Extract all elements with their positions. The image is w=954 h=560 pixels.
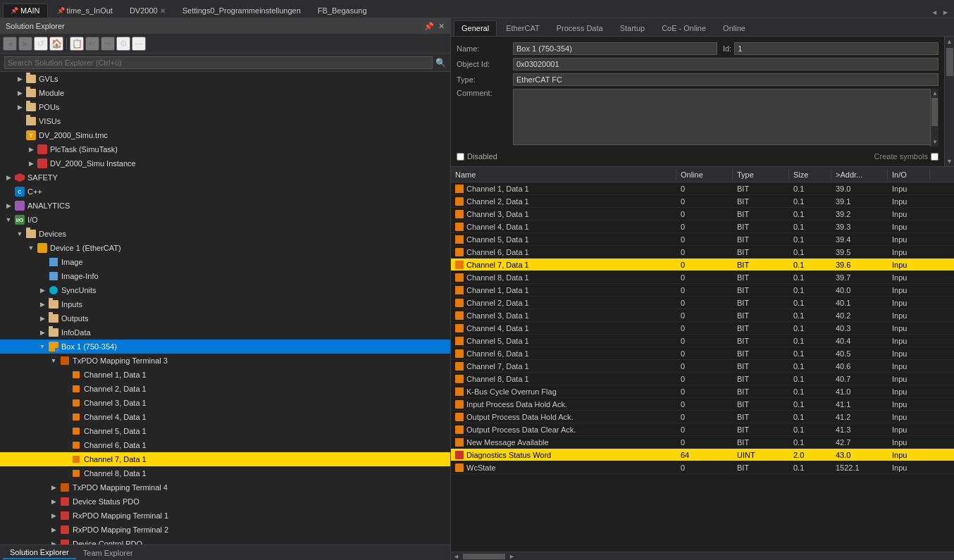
close-dv2000-icon[interactable]: ✕ <box>160 7 166 15</box>
se-pin-icon[interactable]: 📌 <box>424 22 434 31</box>
create-symbols-checkbox[interactable] <box>931 153 938 161</box>
col-header-size[interactable]: Size <box>789 169 831 180</box>
grid-row-0[interactable]: Channel 1, Data 1 0 BIT 0.1 39.0 Inpu <box>451 182 954 195</box>
grid-row-11[interactable]: Channel 4, Data 1 0 BIT 0.1 40.3 Inpu <box>451 322 954 335</box>
grid-row-8[interactable]: Channel 1, Data 1 0 BIT 0.1 40.0 Inpu <box>451 284 954 297</box>
tree-item-device1[interactable]: ▼ Device 1 (EtherCAT) <box>0 241 450 255</box>
name-input[interactable] <box>513 42 717 55</box>
tree-item-devicectrl[interactable]: ▶ Device Control PDO <box>0 537 450 545</box>
tree-item-ch7d1[interactable]: Channel 7, Data 1 <box>0 452 450 466</box>
tab-startup[interactable]: Startup <box>612 20 652 36</box>
grid-row-20[interactable]: New Message Available 0 BIT 0.1 42.7 Inp… <box>451 436 954 449</box>
tree-item-ch2d1[interactable]: Channel 2, Data 1 <box>0 382 450 396</box>
tab-main[interactable]: 📌 MAIN <box>3 4 48 18</box>
sync-button[interactable]: ↺ <box>34 37 48 51</box>
tree-item-box1[interactable]: ▼ Box 1 (750-354) <box>0 340 450 354</box>
comment-scroll-up[interactable]: ▲ <box>931 89 938 98</box>
grid-row-4[interactable]: Channel 5, Data 1 0 BIT 0.1 39.4 Inpu <box>451 233 954 246</box>
redo-button[interactable]: ↪ <box>101 37 115 51</box>
tree-item-cpp[interactable]: C C++ <box>0 185 450 199</box>
prop-scroll-down-arrow[interactable]: ▼ <box>945 156 954 166</box>
tree-item-syncunits[interactable]: ▶ SyncUnits <box>0 283 450 297</box>
tree-item-pictask[interactable]: ▶ PlcTask (SimuTask) <box>0 142 450 156</box>
grid-row-7[interactable]: Channel 8, Data 1 0 BIT 0.1 39.7 Inpu <box>451 271 954 284</box>
grid-row-14[interactable]: Channel 7, Data 1 0 BIT 0.1 40.6 Inpu <box>451 360 954 373</box>
tree-item-safety[interactable]: ▶ SAFETY <box>0 170 450 185</box>
grid-row-12[interactable]: Channel 5, Data 1 0 BIT 0.1 40.4 Inpu <box>451 335 954 347</box>
col-header-online[interactable]: Online <box>676 169 733 180</box>
se-close-icon[interactable]: ✕ <box>438 22 445 31</box>
tree-item-analytics[interactable]: ▶ ANALYTICS <box>0 199 450 213</box>
grid-row-22[interactable]: WcState 0 BIT 0.1 1522.1 Inpu <box>451 461 954 474</box>
tree-item-txpdo4[interactable]: ▶ TxPDO Mapping Terminal 4 <box>0 480 450 494</box>
tree-item-io[interactable]: ▼ I/O I/O <box>0 213 450 227</box>
tree-item-pous[interactable]: ▶ POUs <box>0 100 450 114</box>
tab-online[interactable]: Online <box>715 20 753 36</box>
tab-scroll-right[interactable]: ► <box>940 7 951 18</box>
objectid-input[interactable] <box>513 58 938 70</box>
grid-row-10[interactable]: Channel 3, Data 1 0 BIT 0.1 40.2 Inpu <box>451 309 954 322</box>
grid-row-2[interactable]: Channel 3, Data 1 0 BIT 0.1 39.2 Inpu <box>451 208 954 220</box>
tree-item-dv2000instance[interactable]: ▶ DV_2000_Simu Instance <box>0 156 450 170</box>
horiz-scroll-thumb[interactable] <box>463 554 505 559</box>
tree-item-ch4d1[interactable]: Channel 4, Data 1 <box>0 410 450 424</box>
grid-row-1[interactable]: Channel 2, Data 1 0 BIT 0.1 39.1 Inpu <box>451 195 954 208</box>
col-header-type[interactable]: Type <box>733 169 789 180</box>
disabled-checkbox[interactable] <box>457 153 464 161</box>
col-header-inout[interactable]: In/O <box>888 169 930 180</box>
collapse-button[interactable]: 📋 <box>70 37 84 51</box>
grid-row-17[interactable]: Input Process Data Hold Ack. 0 BIT 0.1 4… <box>451 398 954 411</box>
minimize-button[interactable]: — <box>132 37 146 51</box>
tree-item-ch5d1[interactable]: Channel 5, Data 1 <box>0 424 450 438</box>
settings-button[interactable]: ⚙ <box>116 37 130 51</box>
tab-settings0[interactable]: Settings0_Programmeinstellungen <box>175 4 309 18</box>
tab-scroll-left[interactable]: ◄ <box>929 7 940 18</box>
tab-ethercat[interactable]: EtherCAT <box>498 20 547 36</box>
tab-processdata[interactable]: Process Data <box>549 20 611 36</box>
grid-horiz-scroll[interactable]: ◄ ► <box>451 552 954 560</box>
grid-row-21[interactable]: Diagnostics Status Word 64 UINT 2.0 43.0… <box>451 449 954 461</box>
disabled-checkbox-label[interactable]: Disabled <box>457 152 497 161</box>
back-button[interactable]: ◄ <box>3 37 17 51</box>
comment-scroll-thumb[interactable] <box>931 98 938 126</box>
grid-row-18[interactable]: Output Process Data Hold Ack. 0 BIT 0.1 … <box>451 411 954 423</box>
type-input[interactable] <box>513 73 938 86</box>
grid-row-5[interactable]: Channel 6, Data 1 0 BIT 0.1 39.5 Inpu <box>451 246 954 259</box>
tree-item-txpdo3[interactable]: ▼ TxPDO Mapping Terminal 3 <box>0 354 450 368</box>
horiz-scroll-left-arrow[interactable]: ◄ <box>451 552 461 561</box>
tree-item-ch3d1[interactable]: Channel 3, Data 1 <box>0 396 450 410</box>
col-header-addr[interactable]: >Addr... <box>831 169 888 180</box>
tree-item-module[interactable]: ▶ Module <box>0 86 450 100</box>
id-input[interactable] <box>734 42 938 55</box>
prop-scroll-thumb[interactable] <box>946 48 953 76</box>
grid-row-15[interactable]: Channel 8, Data 1 0 BIT 0.1 40.7 Inpu <box>451 373 954 385</box>
prop-scroll-up-arrow[interactable]: ▲ <box>945 37 954 46</box>
tab-fb-beg[interactable]: FB_Begasung <box>310 4 375 18</box>
tree-item-image[interactable]: Image <box>0 255 450 269</box>
grid-row-19[interactable]: Output Process Data Clear Ack. 0 BIT 0.1… <box>451 423 954 436</box>
tab-team-explorer[interactable]: Team Explorer <box>76 547 140 559</box>
col-header-name[interactable]: Name <box>451 169 676 180</box>
tree-item-devicestatus[interactable]: ▶ Device Status PDO <box>0 494 450 509</box>
tree-item-outputs[interactable]: ▶ Outputs <box>0 311 450 325</box>
tab-general[interactable]: General <box>454 20 497 36</box>
tree-item-ch1d1[interactable]: Channel 1, Data 1 <box>0 368 450 382</box>
tree-item-rxpdo2[interactable]: ▶ RxPDO Mapping Terminal 2 <box>0 523 450 537</box>
tree-item-rxpdo1[interactable]: ▶ RxPDO Mapping Terminal 1 <box>0 509 450 523</box>
grid-row-3[interactable]: Channel 4, Data 1 0 BIT 0.1 39.3 Inpu <box>451 220 954 233</box>
tree-item-imageinfo[interactable]: Image-Info <box>0 269 450 283</box>
home-button[interactable]: 🏠 <box>49 37 63 51</box>
tab-time-s[interactable]: 📌 time_s_InOut <box>49 4 120 18</box>
tree-item-infodata-dev[interactable]: ▶ InfoData <box>0 325 450 340</box>
undo-button[interactable]: ↩ <box>85 37 99 51</box>
tree-item-visus[interactable]: VISUs <box>0 114 450 128</box>
tree-item-gvls[interactable]: ▶ GVLs <box>0 72 450 86</box>
horiz-scroll-right-arrow[interactable]: ► <box>507 552 517 561</box>
tree-item-ch8d1[interactable]: Channel 8, Data 1 <box>0 466 450 480</box>
grid-row-6[interactable]: Channel 7, Data 1 0 BIT 0.1 39.6 Inpu <box>451 259 954 271</box>
forward-button[interactable]: ► <box>18 37 32 51</box>
grid-row-9[interactable]: Channel 2, Data 1 0 BIT 0.1 40.1 Inpu <box>451 297 954 309</box>
tree-item-dv2000sim[interactable]: T DV_2000_Simu.tmc <box>0 128 450 142</box>
comment-input[interactable] <box>513 89 938 145</box>
grid-row-13[interactable]: Channel 6, Data 1 0 BIT 0.1 40.5 Inpu <box>451 347 954 360</box>
